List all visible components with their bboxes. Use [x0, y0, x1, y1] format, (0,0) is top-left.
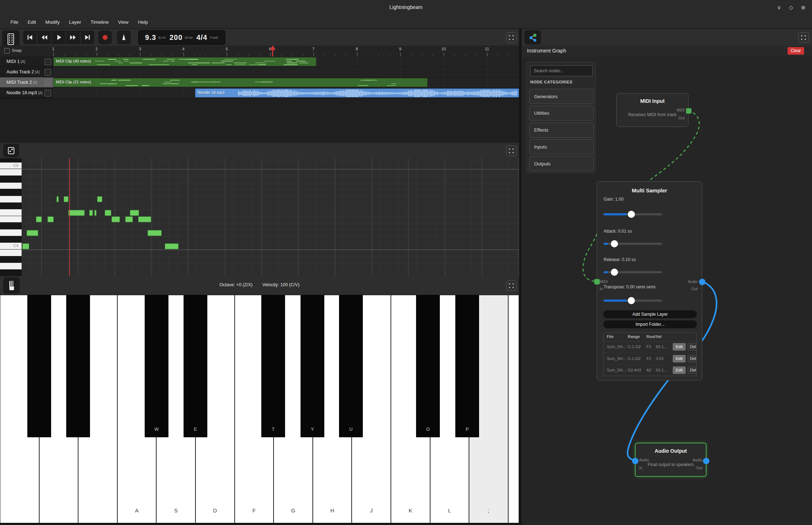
skip-start-button[interactable] — [23, 31, 37, 44]
roll-key-cs4[interactable] — [0, 236, 22, 243]
roll-key-f4[interactable] — [0, 209, 22, 216]
menu-timeline[interactable]: Timeline — [86, 18, 114, 26]
midi-note-f4[interactable] — [89, 210, 93, 216]
category-generators[interactable]: Generators — [529, 89, 594, 104]
playhead-marker[interactable] — [272, 49, 273, 56]
slider-knob[interactable] — [628, 211, 635, 218]
track-mini-button[interactable]: - — [45, 90, 51, 96]
black-key-1[interactable] — [27, 295, 51, 437]
black-key-6[interactable]: Y — [301, 295, 324, 437]
midi-note-g4[interactable] — [64, 196, 68, 202]
category-outputs[interactable]: Outputs — [529, 156, 594, 171]
midi-clip[interactable]: MIDI Clip (21 notes) — [53, 78, 428, 87]
track-header-midi-track-2[interactable]: MIDI Track 2[A]- — [0, 77, 53, 88]
menu-view[interactable]: View — [113, 18, 133, 26]
delete-button[interactable]: Del — [687, 343, 697, 351]
midi-in-port[interactable] — [594, 279, 600, 284]
track-mini-button[interactable]: - — [45, 79, 51, 86]
roll-key-ds4[interactable] — [0, 223, 22, 230]
roll-key-b4[interactable] — [0, 169, 22, 176]
category-utilities[interactable]: Utilities — [529, 106, 594, 121]
timeline-expand-button[interactable] — [506, 32, 516, 43]
roll-key-as3[interactable] — [0, 256, 22, 263]
roll-key-e4[interactable] — [0, 216, 22, 223]
midi-out-port[interactable] — [686, 108, 691, 114]
timeline-ruler[interactable]: Snap 1234567891011 — [0, 46, 519, 57]
track-header-midi-1[interactable]: MIDI 1[A]- — [0, 56, 53, 67]
roll-key-gs3[interactable] — [0, 270, 22, 276]
track-header-noodle-18-mp3[interactable]: Noodle 18.mp3[A]- — [0, 88, 53, 98]
sampler-button-add-sample-layer[interactable]: Add Sample Layer — [603, 310, 697, 318]
audio-in-port[interactable] — [632, 458, 639, 464]
track-mini-button[interactable]: - — [45, 59, 51, 65]
roll-key-d4[interactable] — [0, 229, 22, 236]
play-button[interactable] — [52, 31, 66, 44]
maximize-button[interactable]: ◇ — [789, 4, 793, 12]
panel-divider[interactable] — [519, 29, 522, 525]
midi-note-c4[interactable] — [22, 243, 29, 249]
black-key-9[interactable]: P — [455, 295, 479, 437]
piano-roll-mode-button[interactable] — [3, 144, 19, 157]
midi-note-e4[interactable] — [112, 216, 120, 222]
menu-layer[interactable]: Layer — [64, 18, 86, 26]
param-slider[interactable] — [604, 300, 662, 302]
param-slider[interactable] — [604, 243, 662, 245]
piano-roll-expand-button[interactable] — [506, 146, 516, 156]
clear-graph-button[interactable]: Clear — [788, 47, 804, 55]
black-key-2[interactable] — [66, 295, 90, 437]
roll-key-fs4[interactable] — [0, 203, 22, 210]
roll-key-as4[interactable] — [0, 176, 22, 183]
midi-note-f4[interactable] — [94, 210, 96, 216]
track-mini-button[interactable]: - — [45, 69, 51, 76]
midi-note-f4[interactable] — [68, 210, 85, 216]
midi-note-g4[interactable] — [97, 196, 102, 202]
delete-button[interactable]: Del — [687, 366, 697, 374]
roll-key-g4[interactable] — [0, 196, 22, 203]
node-graph-mode-button[interactable] — [524, 30, 541, 45]
delete-button[interactable]: Del — [687, 355, 697, 362]
midi-note-g4[interactable] — [57, 196, 59, 202]
midi-note-c4[interactable] — [165, 243, 179, 249]
roll-key-c4[interactable]: C4 — [0, 243, 22, 250]
bpm-value[interactable]: 200 — [170, 33, 182, 42]
param-slider[interactable] — [604, 271, 662, 273]
midi-note-e4[interactable] — [138, 216, 151, 222]
node-audio-output[interactable]: Audio Output Audio In Final output to sp… — [635, 443, 707, 477]
piano-roll-grid[interactable]: C5C4 — [0, 158, 519, 276]
slider-knob[interactable] — [628, 297, 635, 304]
audio-clip[interactable]: Noodle 18.mp3 — [195, 88, 519, 97]
white-key-14[interactable] — [508, 295, 519, 523]
roll-key-a3[interactable] — [0, 263, 22, 270]
record-button[interactable] — [98, 31, 112, 44]
menu-modify[interactable]: Modify — [41, 18, 64, 26]
midi-note-e4[interactable] — [48, 216, 54, 222]
rewind-button[interactable] — [37, 31, 51, 44]
menu-help[interactable]: Help — [133, 18, 153, 26]
node-multi-sampler[interactable]: Multi Sampler Gain: 1.00Attack: 0.01 ssR… — [597, 181, 702, 380]
minimize-button[interactable]: ∨ — [777, 4, 781, 12]
graph-expand-button[interactable] — [798, 32, 809, 43]
roll-key-cs5[interactable] — [0, 158, 22, 163]
roll-key-a4[interactable] — [0, 183, 22, 190]
category-inputs[interactable]: Inputs — [529, 139, 594, 154]
edit-button[interactable]: Edit — [673, 355, 686, 362]
search-input[interactable] — [530, 65, 593, 76]
category-effects[interactable]: Effects — [529, 123, 594, 138]
edit-button[interactable]: Edit — [673, 366, 686, 374]
metronome-button[interactable] — [117, 31, 131, 44]
edit-button[interactable]: Edit — [673, 343, 686, 351]
keyboard-expand-button[interactable] — [506, 280, 516, 291]
black-key-5[interactable]: T — [261, 295, 285, 437]
roll-key-b3[interactable] — [0, 250, 22, 256]
roll-playhead[interactable] — [69, 158, 70, 276]
roll-key-c5[interactable]: C5 — [0, 163, 22, 169]
param-slider[interactable] — [604, 213, 662, 215]
node-midi-input[interactable]: MIDI Input Receives MIDI from track MIDI… — [616, 93, 689, 127]
black-key-7[interactable]: U — [339, 295, 363, 437]
audio-out-port[interactable] — [703, 458, 709, 464]
slider-knob[interactable] — [611, 240, 618, 247]
roll-key-gs4[interactable] — [0, 189, 22, 196]
time-signature-value[interactable]: 4/4 — [196, 33, 207, 42]
menu-edit[interactable]: Edit — [23, 18, 41, 26]
skip-end-button[interactable] — [81, 31, 94, 44]
